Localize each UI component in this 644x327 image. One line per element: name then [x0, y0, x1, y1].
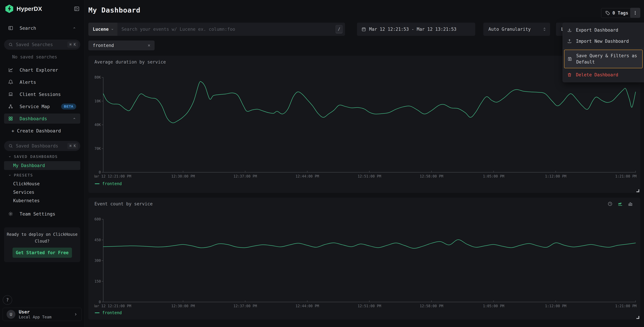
svg-text:Mar 12 12:21:00 PM: Mar 12 12:21:00 PM — [94, 304, 131, 308]
dashboards-grid-icon — [8, 116, 13, 121]
sidebar-item-my-dashboard[interactable]: My Dashboard — [4, 161, 80, 170]
hyperdx-logo-icon — [5, 4, 14, 13]
line-chart: 070K140K210K280KMar 12 12:21:00 PM12:30:… — [94, 74, 637, 180]
create-dashboard-label: + Create Dashboard — [12, 128, 61, 134]
chevron-down-icon — [8, 174, 12, 177]
sidebar: HyperDX Search ⌘ K No saved searches — [0, 0, 84, 327]
menu-item-import-dashboard[interactable]: Import New Dashboard — [563, 36, 644, 47]
date-range-value: Mar 12 12:21:53 - Mar 12 13:21:53 — [369, 27, 456, 32]
sidebar-item-alerts[interactable]: Alerts — [4, 77, 80, 87]
sidebar-item-client-sessions[interactable]: Client Sessions — [4, 89, 80, 99]
saved-dashboards-input[interactable] — [16, 144, 68, 148]
svg-text:12:51:00 PM: 12:51:00 PM — [358, 174, 381, 178]
section-presets[interactable]: PRESETS — [4, 172, 80, 178]
sidebar-item-label: Search — [20, 26, 36, 31]
legend-dash-icon — [95, 312, 100, 313]
svg-text:70K: 70K — [94, 146, 101, 151]
avatar: U — [6, 310, 15, 319]
main-content: My Dashboard 0 Tags Lucene / — [84, 0, 644, 327]
sidebar-item-chart-explorer[interactable]: Chart Explorer — [4, 65, 80, 75]
sidebar-item-kubernetes[interactable]: Kubernetes — [4, 196, 80, 205]
bell-icon — [8, 80, 13, 84]
svg-text:600: 600 — [94, 217, 101, 221]
panel-resize-handle[interactable] — [636, 189, 639, 192]
bar-chart-type-icon[interactable] — [628, 201, 633, 206]
sidebar-item-label: Dashboards — [20, 116, 47, 121]
svg-text:Mar 12 12:21:00 PM: Mar 12 12:21:00 PM — [94, 174, 131, 178]
svg-text:210K: 210K — [94, 99, 101, 103]
dashboard-context-menu: Export Dashboard Import New Dashboard Sa… — [562, 23, 644, 82]
menu-item-export-dashboard[interactable]: Export Dashboard — [563, 24, 644, 36]
svg-text:300: 300 — [94, 258, 101, 263]
get-started-button[interactable]: Get Started for Free — [12, 248, 72, 258]
create-dashboard-button[interactable]: + Create Dashboard — [4, 126, 80, 136]
close-icon[interactable] — [147, 44, 151, 47]
select-chevrons-icon — [542, 27, 547, 32]
collapse-sidebar-icon[interactable] — [74, 6, 80, 12]
svg-text:12:30:00 PM: 12:30:00 PM — [171, 304, 195, 308]
chevron-down-icon — [8, 155, 12, 158]
saved-dashboards-search[interactable]: ⌘ K — [4, 141, 80, 151]
saved-searches-search[interactable]: ⌘ K — [4, 40, 80, 50]
chevron-up-icon — [72, 26, 76, 30]
chart-title: Average duration by service — [94, 60, 166, 64]
service-map-icon — [8, 104, 13, 109]
sidebar-item-label: Service Map — [20, 104, 50, 109]
svg-text:1:12:00 PM: 1:12:00 PM — [545, 304, 566, 308]
svg-text:12:44:00 PM: 12:44:00 PM — [296, 174, 319, 178]
svg-text:0: 0 — [99, 300, 101, 304]
search-panel-icon — [8, 26, 13, 30]
query-language-select[interactable]: Lucene — [88, 23, 118, 36]
magnifier-icon — [8, 42, 13, 47]
chevron-right-icon — [74, 312, 78, 316]
menu-item-save-query-default[interactable]: Save Query & Filters as Default — [564, 50, 643, 68]
beta-badge: BETA — [61, 104, 76, 110]
svg-text:12:58:00 PM: 12:58:00 PM — [420, 304, 443, 308]
clickhouse-cloud-promo: Ready to deploy on ClickHouse Cloud? Get… — [4, 227, 80, 262]
line-chart-type-icon[interactable] — [618, 201, 623, 206]
svg-text:1:21:00 PM: 1:21:00 PM — [615, 174, 636, 178]
svg-text:1:05:00 PM: 1:05:00 PM — [483, 174, 504, 178]
granularity-select[interactable]: Auto Granularity — [483, 23, 550, 36]
svg-text:12:44:00 PM: 12:44:00 PM — [296, 304, 319, 308]
sidebar-item-label: Chart Explorer — [20, 68, 58, 73]
svg-text:12:51:00 PM: 12:51:00 PM — [358, 304, 381, 308]
date-range-picker[interactable]: Mar 12 12:21:53 - Mar 12 13:21:53 — [357, 23, 475, 36]
tags-button[interactable]: 0 Tags — [601, 8, 632, 18]
dashboard-menu-button[interactable] — [630, 8, 640, 18]
panel-resize-handle[interactable] — [636, 316, 639, 319]
save-icon — [568, 56, 572, 61]
menu-item-delete-dashboard[interactable]: Delete Dashboard — [563, 69, 644, 80]
time-range-icon[interactable] — [608, 201, 612, 206]
help-button[interactable]: ? — [3, 295, 12, 305]
chevron-up-icon — [72, 117, 76, 120]
sidebar-item-service-map[interactable]: Service Map BETA — [4, 101, 80, 112]
event-search-input[interactable] — [118, 27, 336, 32]
user-menu[interactable]: U User Local App Team — [3, 308, 82, 321]
sidebar-item-dashboards[interactable]: Dashboards — [4, 114, 80, 124]
sidebar-item-label: Alerts — [20, 80, 36, 85]
sidebar-item-services[interactable]: Services — [4, 188, 80, 196]
upload-icon — [567, 39, 572, 44]
event-search-bar: Lucene / — [88, 23, 345, 36]
slash-shortcut-kbd: / — [336, 25, 342, 34]
page-title: My Dashboard — [88, 6, 140, 14]
sidebar-item-search[interactable]: Search — [4, 23, 80, 33]
svg-text:1:05:00 PM: 1:05:00 PM — [483, 304, 504, 308]
laptop-icon — [8, 92, 13, 97]
chart-legend: frontend — [95, 182, 122, 186]
svg-text:12:30:00 PM: 12:30:00 PM — [171, 174, 195, 178]
sidebar-item-team-settings[interactable]: Team Settings — [4, 209, 80, 219]
section-saved-dashboards[interactable]: SAVED DASHBOARDS — [4, 154, 80, 160]
saved-searches-input[interactable] — [16, 42, 68, 47]
chart-title: Event count by service — [94, 201, 152, 206]
filter-chip-label: frontend — [93, 43, 114, 48]
sidebar-item-clickhouse[interactable]: ClickHouse — [4, 180, 80, 188]
promo-text: Ready to deploy on ClickHouse Cloud? — [6, 231, 78, 244]
filter-chip-frontend[interactable]: frontend — [88, 40, 154, 50]
logo-row: HyperDX — [0, 0, 84, 18]
sidebar-item-label: Client Sessions — [20, 92, 61, 97]
gear-icon — [8, 211, 13, 216]
svg-text:1:21:00 PM: 1:21:00 PM — [615, 304, 636, 308]
svg-text:0: 0 — [99, 170, 101, 174]
